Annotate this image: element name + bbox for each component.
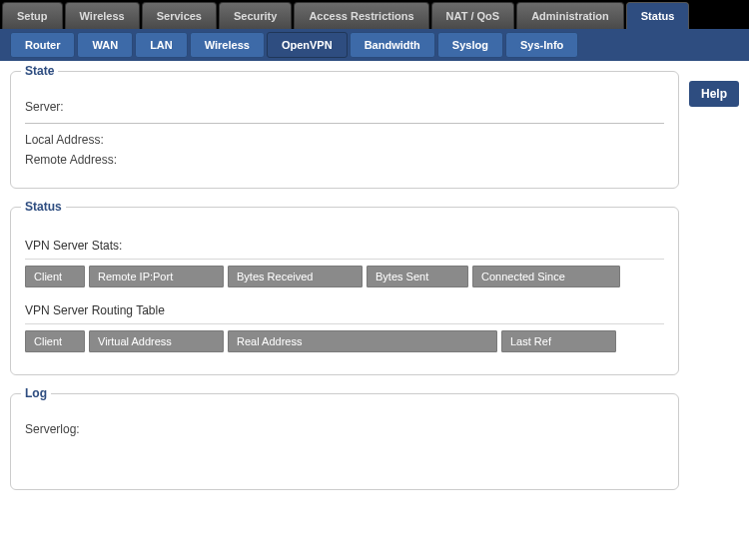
subtab-router[interactable]: Router bbox=[10, 32, 75, 58]
tab-status[interactable]: Status bbox=[626, 2, 690, 29]
stats-col-connected-since: Connected Since bbox=[472, 266, 620, 287]
remote-address-row: Remote Address: bbox=[25, 150, 664, 170]
state-legend: State bbox=[21, 64, 58, 78]
serverlog-row: Serverlog: bbox=[25, 419, 664, 439]
status-legend: Status bbox=[21, 200, 66, 214]
log-panel: Log Serverlog: bbox=[10, 393, 679, 490]
stats-col-bytes-sent: Bytes Sent bbox=[367, 266, 468, 287]
subtab-lan[interactable]: LAN bbox=[135, 32, 188, 58]
subtab-openvpn[interactable]: OpenVPN bbox=[267, 32, 348, 58]
routing-col-real-address: Real Address bbox=[228, 330, 497, 352]
tab-security[interactable]: Security bbox=[219, 2, 292, 29]
stats-divider bbox=[25, 259, 664, 260]
sidebar: Help bbox=[689, 71, 739, 508]
server-row: Server: bbox=[25, 97, 664, 117]
subtab-bandwidth[interactable]: Bandwidth bbox=[350, 32, 435, 58]
log-legend: Log bbox=[21, 386, 51, 400]
local-address-row: Local Address: bbox=[25, 130, 664, 150]
stats-col-remote-ip-port: Remote IP:Port bbox=[89, 266, 224, 287]
routing-divider bbox=[25, 323, 664, 324]
tab-setup[interactable]: Setup bbox=[2, 2, 63, 29]
status-panel: Status VPN Server Stats: ClientRemote IP… bbox=[10, 207, 679, 375]
state-divider bbox=[25, 123, 664, 124]
serverlog-label: Serverlog: bbox=[25, 422, 80, 436]
routing-col-virtual-address: Virtual Address bbox=[89, 330, 224, 352]
tab-wireless[interactable]: Wireless bbox=[65, 2, 140, 29]
subtab-wireless[interactable]: Wireless bbox=[190, 32, 265, 58]
sub-nav-tabs: RouterWANLANWirelessOpenVPNBandwidthSysl… bbox=[0, 29, 749, 61]
help-button[interactable]: Help bbox=[689, 81, 739, 107]
tab-services[interactable]: Services bbox=[142, 2, 217, 29]
subtab-syslog[interactable]: Syslog bbox=[437, 32, 503, 58]
state-panel: State Server: Local Address: Remote Addr… bbox=[10, 71, 679, 189]
vpn-stats-label: VPN Server Stats: bbox=[25, 239, 664, 253]
local-address-label: Local Address: bbox=[25, 133, 104, 147]
routing-table-header: ClientVirtual AddressReal AddressLast Re… bbox=[25, 330, 664, 352]
routing-col-client: Client bbox=[25, 330, 85, 352]
remote-address-label: Remote Address: bbox=[25, 153, 117, 167]
subtab-sys-info[interactable]: Sys-Info bbox=[505, 32, 578, 58]
routing-table-label: VPN Server Routing Table bbox=[25, 303, 664, 317]
tab-administration[interactable]: Administration bbox=[516, 2, 624, 29]
server-label: Server: bbox=[25, 100, 64, 114]
content-area: State Server: Local Address: Remote Addr… bbox=[10, 71, 679, 508]
subtab-wan[interactable]: WAN bbox=[77, 32, 133, 58]
stats-col-bytes-received: Bytes Received bbox=[228, 266, 363, 287]
tab-access-restrictions[interactable]: Access Restrictions bbox=[294, 2, 428, 29]
stats-table-header: ClientRemote IP:PortBytes ReceivedBytes … bbox=[25, 266, 664, 287]
main-nav-tabs: SetupWirelessServicesSecurityAccess Rest… bbox=[0, 0, 749, 29]
routing-col-last-ref: Last Ref bbox=[501, 330, 616, 352]
stats-col-client: Client bbox=[25, 266, 85, 287]
tab-nat-qos[interactable]: NAT / QoS bbox=[431, 2, 515, 29]
